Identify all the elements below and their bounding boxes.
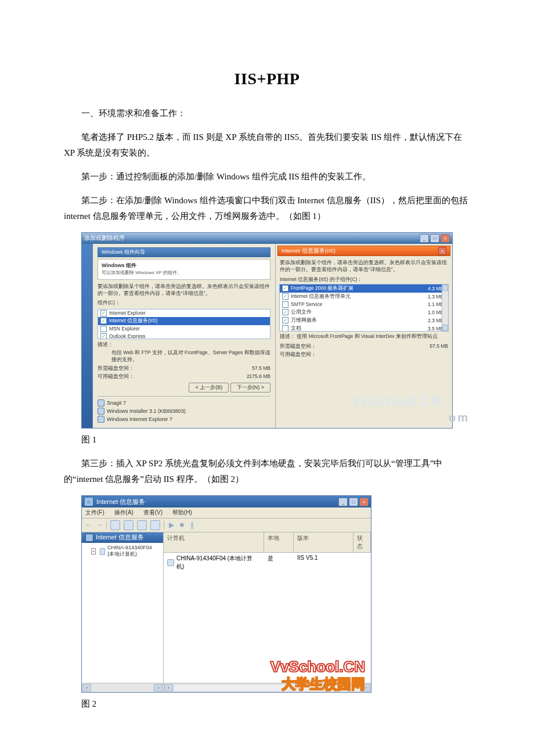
computer-icon	[167, 559, 174, 566]
program-item: Snagit 7	[107, 400, 126, 406]
grid-panel: 计算机 本地 版本 状态 CHINA-914340F04 (本地计算机) 是 I…	[164, 532, 371, 692]
program-item: Windows Installer 3.1 (KB893803)	[107, 408, 186, 414]
note-text: 包括 Web 和 FTP 支持，以及对 FrontPage、Server Pag…	[98, 350, 270, 363]
fig1-outer-title: 添加或删除程序	[84, 234, 418, 242]
tree-node-label: CHINA-914340F04 (本地计算机)	[107, 545, 160, 558]
checkbox-icon[interactable]: ✓	[282, 317, 288, 323]
scroll-right-icon[interactable]: ›	[362, 684, 370, 692]
col-status[interactable]: 状态	[353, 532, 371, 552]
minimize-button[interactable]: _	[338, 498, 348, 506]
list-item-size: 1.1 MB	[428, 301, 443, 307]
paragraph-1: 一、环境需求和准备工作：	[64, 106, 470, 121]
checkbox-icon[interactable]: ✓	[282, 309, 288, 315]
checkbox-icon[interactable]: ✓	[100, 318, 107, 324]
list-item-label: SMTP Service	[291, 301, 322, 307]
maximize-button[interactable]: □	[349, 498, 358, 506]
menu-action[interactable]: 操作(A)	[114, 509, 134, 516]
iis-subcomponent-list[interactable]: ✓FrontPage 2000 服务器扩展4.3 MB ✓Internet 信息…	[279, 284, 449, 332]
stop-icon[interactable]: ■	[178, 521, 185, 530]
toolbar-icon[interactable]	[110, 520, 120, 530]
program-item: Windows Internet Explorer 7	[107, 416, 172, 422]
checkbox-icon[interactable]: ✓	[100, 333, 107, 339]
col-local[interactable]: 本地	[264, 532, 294, 552]
back-icon[interactable]: ←	[85, 521, 92, 530]
play-icon[interactable]: ▶	[168, 521, 175, 530]
tree-panel[interactable]: Internet 信息服务 + CHINA-914340F04 (本地计算机) …	[82, 532, 164, 692]
scroll-left-icon[interactable]: ‹	[164, 684, 173, 692]
app-icon: ⌂	[84, 497, 93, 506]
figure-2-caption: 图 2	[64, 696, 470, 712]
menu-file[interactable]: 文件(F)	[85, 509, 104, 516]
scroll-track[interactable]	[174, 684, 361, 692]
back-button[interactable]: < 上一步(B)	[189, 383, 229, 393]
fig1-outer-titlebar: 添加或删除程序 _ □ ×	[82, 233, 452, 244]
separator	[106, 521, 107, 530]
list-item-label: 万维网服务	[291, 317, 317, 324]
menu-bar[interactable]: 文件(F) 操作(A) 查看(V) 帮助(H)	[82, 507, 371, 519]
next-button[interactable]: 下一步(N) >	[230, 383, 270, 393]
component-list[interactable]: ✓Internet Explorer ✓Internet 信息服务(IIS) M…	[98, 309, 270, 339]
list-item-size: 1.0 MB	[428, 309, 443, 315]
iis-req-space-val: 57.5 MB	[430, 343, 448, 350]
list-item-size: 1.3 MB	[428, 294, 443, 300]
menu-help[interactable]: 帮助(H)	[172, 509, 192, 516]
tree-h-scrollbar[interactable]: ‹ ›	[82, 683, 163, 692]
list-item-label: 公用文件	[291, 309, 312, 316]
toolbar-icon[interactable]	[137, 520, 147, 530]
toolbar-icon[interactable]	[150, 520, 160, 530]
program-icon	[98, 399, 104, 406]
figure-2: ⌂ Internet 信息服务 _ □ × 文件(F) 操作(A) 查看(V) …	[81, 495, 371, 693]
checkbox-icon[interactable]	[282, 325, 288, 332]
close-button[interactable]: ×	[359, 498, 369, 506]
scroll-left-icon[interactable]: ‹	[82, 684, 91, 692]
checkbox-icon[interactable]: ✓	[100, 310, 107, 316]
menu-view[interactable]: 查看(V)	[143, 509, 163, 516]
tree-node[interactable]: + CHINA-914340F04 (本地计算机)	[82, 543, 163, 560]
iis-req-space-label: 所需磁盘空间：	[280, 343, 316, 350]
scrollbar[interactable]	[442, 285, 448, 331]
tree-root[interactable]: Internet 信息服务	[82, 532, 163, 543]
checkbox-icon[interactable]: ✓	[282, 285, 288, 291]
checkbox-icon[interactable]	[282, 301, 288, 308]
iis-dialog-title: Internet 信息服务(IIS)	[282, 247, 335, 255]
list-item-label: 文档	[291, 325, 301, 332]
free-space-label: 可用磁盘空间：	[98, 373, 134, 380]
list-item-label: MSN Explorer	[109, 326, 140, 332]
installed-programs-list: Snagit 7 Windows Installer 3.1 (KB893803…	[98, 396, 270, 423]
list-item-label: Internet Explorer	[109, 310, 146, 316]
note-label: 描述：	[98, 341, 113, 348]
list-item-label: FrontPage 2000 服务器扩展	[291, 285, 353, 292]
wizard-header-sub: 可以添加或删除 Windows XP 的组件。	[102, 269, 266, 276]
forward-icon[interactable]: →	[96, 521, 103, 530]
free-space-val: 2175.6 MB	[247, 373, 270, 380]
pause-icon[interactable]: ‖	[189, 521, 196, 530]
maximize-button[interactable]: □	[430, 234, 439, 243]
grid-cell: IIS V5.1	[294, 553, 353, 573]
scroll-right-icon[interactable]: ›	[154, 684, 163, 692]
tree-root-label: Internet 信息服务	[96, 534, 144, 542]
list-item-size: 3.5 MB	[428, 326, 443, 332]
iis-desc: 要添加或删除某个组件，请单击旁边的复选框。灰色框表示只会安装该组件的一部分。要查…	[277, 258, 450, 275]
program-icon	[98, 408, 104, 415]
checkbox-icon[interactable]	[100, 326, 107, 332]
separator	[164, 521, 164, 530]
figure-1: 添加或删除程序 _ □ × Windows 组件向导 Windows 组件 可以…	[81, 232, 453, 429]
grid-cell	[353, 553, 371, 573]
tree-root-icon	[85, 534, 93, 542]
expand-icon[interactable]: +	[91, 548, 96, 555]
fig2-title: Internet 信息服务	[96, 498, 337, 506]
col-computer[interactable]: 计算机	[164, 532, 264, 552]
minimize-button[interactable]: _	[420, 234, 429, 243]
paragraph-2: 笔者选择了 PHP5.2 版本，而 IIS 则是 XP 系统自带的 IIS5。首…	[64, 129, 470, 161]
list-item-label: Outlook Express	[109, 333, 145, 339]
grid-cell: 是	[264, 553, 294, 573]
col-version[interactable]: 版本	[294, 532, 353, 552]
grid-row[interactable]: CHINA-914340F04 (本地计算机) 是 IIS V5.1	[164, 553, 371, 573]
close-button[interactable]: ×	[441, 234, 450, 243]
checkbox-icon[interactable]: ✓	[282, 293, 288, 300]
close-icon[interactable]: ×	[438, 247, 446, 255]
program-icon	[98, 416, 104, 423]
grid-h-scrollbar[interactable]: ‹ ›	[164, 683, 371, 692]
toolbar-icon[interactable]	[124, 520, 134, 530]
iis-sub-label: Internet 信息服务(IIS) 的子组件(C)：	[277, 275, 450, 284]
